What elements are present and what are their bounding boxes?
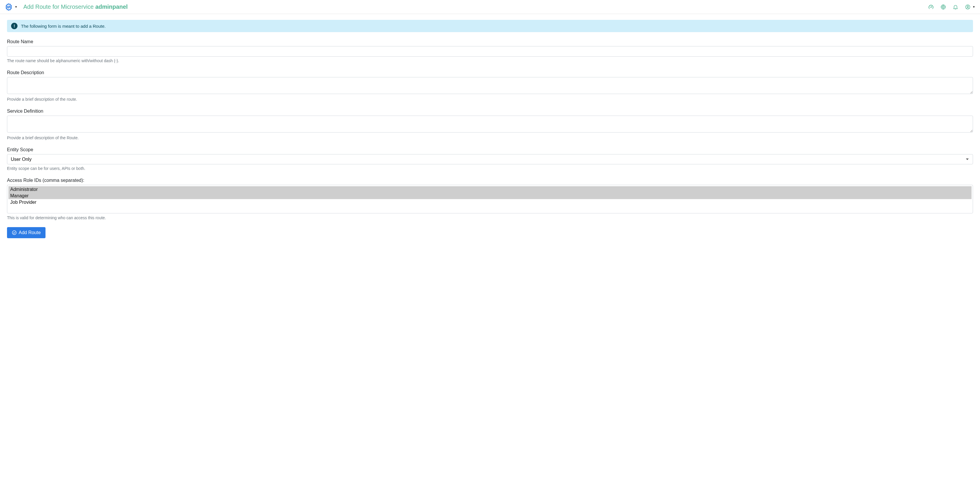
page-title-name: adminpanel xyxy=(95,3,128,10)
caret-down-icon: ▼ xyxy=(972,5,975,8)
add-route-button[interactable]: Add Route xyxy=(7,227,46,238)
entity-scope-help: Entity scope can be for users, APIs or b… xyxy=(7,166,973,171)
service-definition-help: Provide a brief description of the Route… xyxy=(7,136,973,140)
access-roles-select[interactable]: AdministratorManagerJob Provider xyxy=(7,185,973,214)
access-role-option[interactable]: Administrator xyxy=(8,186,972,193)
add-route-button-label: Add Route xyxy=(19,230,41,235)
service-definition-group: Service Definition Provide a brief descr… xyxy=(7,108,973,140)
access-role-option[interactable]: Manager xyxy=(8,193,972,199)
route-name-label: Route Name xyxy=(7,39,973,45)
access-roles-group: Access Role IDs (comma separated): Admin… xyxy=(7,178,973,220)
route-description-label: Route Description xyxy=(7,70,973,75)
globe-icon[interactable] xyxy=(940,4,946,10)
route-name-help: The route name should be alphanumeric wi… xyxy=(7,58,973,63)
route-description-input[interactable] xyxy=(7,77,973,94)
entity-scope-group: Entity Scope User Only Entity scope can … xyxy=(7,147,973,171)
check-circle-icon xyxy=(12,230,17,235)
topbar-actions: ▼ xyxy=(928,4,975,10)
svg-point-4 xyxy=(967,6,969,7)
svg-point-5 xyxy=(12,231,16,235)
user-menu[interactable]: ▼ xyxy=(965,4,975,10)
route-name-group: Route Name The route name should be alph… xyxy=(7,39,973,63)
caret-down-icon: ▼ xyxy=(14,5,18,8)
user-circle-icon xyxy=(965,4,970,10)
route-name-input[interactable] xyxy=(7,46,973,57)
access-roles-help: This is valid for determining who can ac… xyxy=(7,215,973,220)
route-description-help: Provide a brief description of the route… xyxy=(7,97,973,102)
info-banner-text: The following form is meant to add a Rou… xyxy=(21,24,106,29)
logo-dropdown[interactable]: ▼ xyxy=(5,3,18,11)
exclamation-icon: ! xyxy=(11,23,18,29)
access-role-option[interactable]: Job Provider xyxy=(8,199,972,206)
page-title: Add Route for Microservice adminpanel xyxy=(23,3,128,10)
service-definition-label: Service Definition xyxy=(7,108,973,114)
entity-scope-label: Entity Scope xyxy=(7,147,973,152)
topbar: ▼ Add Route for Microservice adminpanel xyxy=(0,0,980,14)
access-roles-label: Access Role IDs (comma separated): xyxy=(7,178,973,183)
page-title-prefix: Add Route for Microservice xyxy=(23,3,95,10)
route-description-group: Route Description Provide a brief descri… xyxy=(7,70,973,102)
service-definition-input[interactable] xyxy=(7,116,973,132)
bell-icon[interactable] xyxy=(953,4,958,10)
svg-line-0 xyxy=(8,6,9,8)
content: ! The following form is meant to add a R… xyxy=(0,14,980,244)
dashboard-icon[interactable] xyxy=(928,4,934,10)
entity-scope-select[interactable]: User Only xyxy=(7,154,973,164)
gear-code-icon xyxy=(5,3,13,11)
info-banner: ! The following form is meant to add a R… xyxy=(7,20,973,32)
